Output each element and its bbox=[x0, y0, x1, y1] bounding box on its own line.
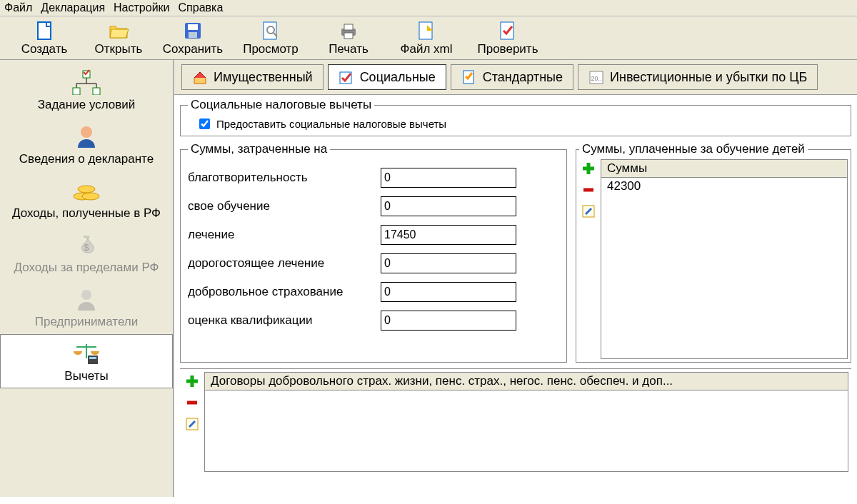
sidebar: Задание условий Сведения о декларанте До… bbox=[0, 60, 174, 497]
xml-file-icon bbox=[417, 21, 436, 41]
svg-rect-28 bbox=[89, 357, 96, 359]
money-bag-icon: $ bbox=[2, 231, 171, 259]
menu-settings[interactable]: Настройки bbox=[114, 1, 169, 14]
main-panel: Имущественный Социальные Стандартные 20.… bbox=[174, 60, 857, 497]
add-contract-button[interactable] bbox=[184, 373, 200, 389]
check-page-icon bbox=[498, 21, 517, 41]
svg-rect-2 bbox=[188, 24, 198, 30]
svg-point-21 bbox=[82, 193, 99, 200]
menu-declaration[interactable]: Декларация bbox=[41, 1, 105, 14]
tab-investment[interactable]: 20.. Инвестиционные и убытки по ЦБ bbox=[578, 64, 818, 90]
child-sums-grid[interactable]: Суммы 42300 bbox=[601, 159, 848, 359]
tree-icon bbox=[2, 68, 171, 96]
input-charity[interactable] bbox=[381, 168, 516, 188]
svg-rect-8 bbox=[344, 24, 353, 30]
svg-text:20..: 20.. bbox=[591, 75, 602, 82]
add-row-button[interactable] bbox=[581, 161, 596, 176]
input-treatment[interactable] bbox=[381, 225, 516, 245]
sidebar-item-deductions[interactable]: Вычеты bbox=[0, 334, 173, 388]
input-exp-treatment[interactable] bbox=[381, 253, 516, 273]
contracts-section: Договоры добровольного страх. жизни, пен… bbox=[180, 368, 851, 475]
check-button[interactable]: Проверить bbox=[467, 19, 548, 58]
input-own-edu[interactable] bbox=[381, 196, 516, 216]
label-charity: благотворительность bbox=[188, 171, 381, 185]
child-education-group: Суммы, уплаченные за обучение детей Сумм… bbox=[576, 142, 851, 363]
create-button[interactable]: Создать bbox=[7, 19, 81, 58]
svg-rect-18 bbox=[93, 88, 100, 95]
svg-rect-3 bbox=[189, 32, 197, 38]
new-file-icon bbox=[36, 21, 53, 41]
menu-file[interactable]: Файл bbox=[4, 1, 32, 14]
deduction-tabs: Имущественный Социальные Стандартные 20.… bbox=[174, 60, 857, 95]
menu-help[interactable]: Справка bbox=[179, 1, 224, 14]
calendar-icon: 20.. bbox=[588, 69, 604, 85]
house-icon bbox=[192, 69, 208, 85]
svg-point-19 bbox=[81, 126, 92, 138]
input-qualif[interactable] bbox=[381, 311, 516, 331]
svg-point-22 bbox=[78, 186, 95, 193]
provide-social-checkbox[interactable] bbox=[199, 119, 210, 129]
svg-text:$: $ bbox=[84, 243, 89, 253]
scales-calc-icon bbox=[2, 339, 171, 368]
sidebar-item-conditions[interactable]: Задание условий bbox=[0, 63, 173, 117]
checkbox-icon bbox=[339, 69, 354, 85]
coins-icon bbox=[2, 176, 171, 205]
open-button[interactable]: Открыть bbox=[81, 19, 156, 58]
svg-point-24 bbox=[81, 290, 91, 300]
grid-row[interactable]: 42300 bbox=[601, 178, 847, 195]
businessman-icon bbox=[2, 285, 171, 313]
label-qualif: оценка квалификации bbox=[188, 313, 381, 328]
toolbar: Создать Открыть Сохранить Просмотр Печат… bbox=[0, 16, 857, 60]
menu-bar: Файл Декларация Настройки Справка bbox=[0, 0, 857, 16]
file-xml-button[interactable]: Файл xml bbox=[386, 19, 467, 58]
magnify-page-icon bbox=[261, 21, 280, 41]
contracts-grid[interactable]: Договоры добровольного страх. жизни, пен… bbox=[204, 372, 848, 472]
provide-social-label: Предоставить социальные налоговые вычеты bbox=[216, 118, 446, 130]
edit-contract-button[interactable] bbox=[184, 416, 200, 432]
tab-standard[interactable]: Стандартные bbox=[451, 64, 573, 90]
save-icon bbox=[184, 21, 202, 41]
remove-contract-button[interactable] bbox=[184, 395, 200, 410]
sidebar-item-entrepreneurs: Предприниматели bbox=[0, 280, 173, 334]
tab-property[interactable]: Имущественный bbox=[181, 64, 324, 90]
group-title: Социальные налоговые вычеты bbox=[188, 98, 374, 112]
preview-button[interactable]: Просмотр bbox=[230, 19, 311, 58]
label-exp-treatment: дорогостоящее лечение bbox=[188, 256, 381, 271]
label-insurance: добровольное страхование bbox=[188, 285, 381, 299]
grid-header: Суммы bbox=[601, 160, 847, 178]
input-insurance[interactable] bbox=[381, 282, 516, 302]
folder-open-icon bbox=[109, 21, 129, 41]
check-page-icon bbox=[461, 69, 477, 85]
label-treatment: лечение bbox=[188, 228, 381, 242]
svg-rect-0 bbox=[38, 22, 51, 39]
svg-rect-9 bbox=[344, 33, 353, 39]
save-button[interactable]: Сохранить bbox=[156, 19, 230, 58]
label-own-edu: свое обучение bbox=[188, 199, 381, 213]
contracts-header: Договоры добровольного страх. жизни, пен… bbox=[205, 373, 848, 390]
edit-row-button[interactable] bbox=[581, 203, 596, 219]
tab-social[interactable]: Социальные bbox=[328, 64, 446, 90]
printer-icon bbox=[339, 21, 359, 41]
sidebar-item-income-foreign: $ Доходы за пределами РФ bbox=[0, 226, 173, 280]
sidebar-item-declarant[interactable]: Сведения о декларанте bbox=[0, 117, 173, 171]
person-icon bbox=[2, 122, 171, 151]
svg-rect-27 bbox=[88, 356, 98, 364]
remove-row-button[interactable] bbox=[581, 182, 596, 198]
social-deductions-group: Социальные налоговые вычеты Предоставить… bbox=[180, 98, 851, 136]
sidebar-item-income-rf[interactable]: Доходы, полученные в РФ bbox=[0, 171, 173, 226]
svg-rect-17 bbox=[73, 88, 80, 95]
svg-rect-11 bbox=[501, 22, 513, 39]
print-button[interactable]: Печать bbox=[311, 19, 386, 58]
sums-spent-group: Суммы, затраченные на благотворительност… bbox=[180, 142, 567, 363]
